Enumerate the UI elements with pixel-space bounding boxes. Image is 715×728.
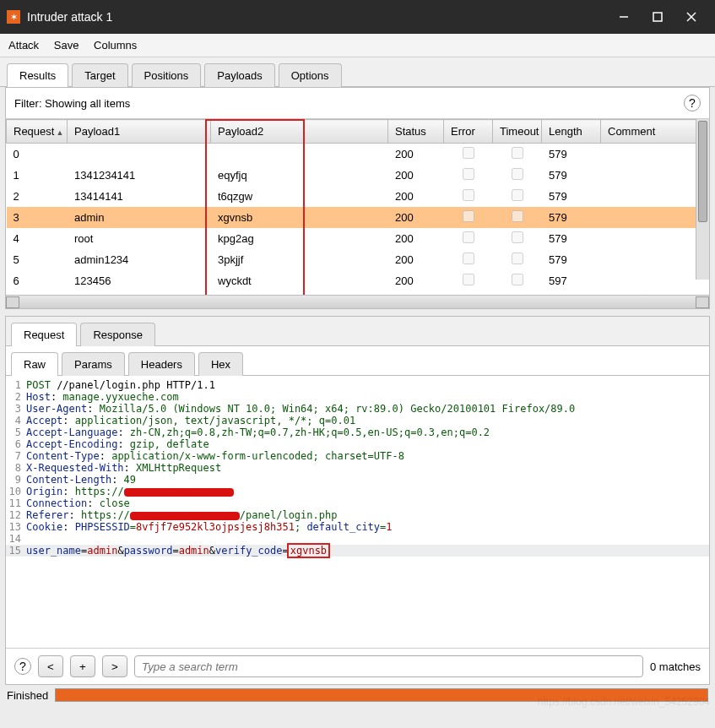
help-icon[interactable]: ?	[14, 658, 31, 675]
col-length[interactable]: Length	[542, 120, 601, 144]
search-prev-button[interactable]: <	[38, 655, 63, 677]
results-table-wrap: Request▲Payload1Payload2StatusErrorTimeo…	[6, 119, 709, 295]
horizontal-scrollbar[interactable]	[6, 295, 709, 308]
help-icon[interactable]: ?	[684, 95, 701, 111]
menu-save[interactable]: Save	[54, 39, 79, 52]
col-comment[interactable]: Comment	[601, 120, 709, 144]
filter-text: Filter: Showing all items	[14, 97, 684, 110]
search-input[interactable]	[134, 655, 643, 677]
table-row[interactable]: 0200579	[7, 144, 709, 166]
titlebar: ✶ Intruder attack 1	[0, 0, 715, 34]
checkbox-icon	[512, 210, 523, 222]
tab-positions[interactable]: Positions	[132, 63, 202, 87]
checkbox-icon	[512, 253, 523, 264]
vertical-scrollbar[interactable]	[696, 119, 709, 280]
checkbox-icon	[463, 147, 474, 159]
col-status[interactable]: Status	[388, 120, 444, 144]
col-error[interactable]: Error	[444, 120, 493, 144]
tab-headers[interactable]: Headers	[128, 352, 195, 376]
table-row[interactable]: 4rootkpg2ag200579	[7, 228, 709, 249]
tab-raw[interactable]: Raw	[11, 352, 58, 376]
menubar: Attack Save Columns	[0, 34, 715, 57]
tab-options[interactable]: Options	[279, 63, 342, 87]
search-row: ? < + > 0 matches	[6, 648, 709, 684]
col-payload2[interactable]: Payload2	[211, 120, 388, 144]
tab-response[interactable]: Response	[80, 323, 155, 346]
search-add-button[interactable]: +	[70, 655, 95, 677]
filter-row[interactable]: Filter: Showing all items ?	[6, 88, 709, 119]
table-row[interactable]: 3adminxgvnsb200579	[7, 207, 709, 228]
checkbox-icon	[463, 168, 474, 180]
results-table: Request▲Payload1Payload2StatusErrorTimeo…	[6, 119, 709, 295]
checkbox-icon	[463, 189, 474, 201]
menu-attack[interactable]: Attack	[8, 39, 39, 52]
main-tabs: Results Target Positions Payloads Option…	[0, 57, 715, 87]
results-panel: Filter: Showing all items ? Request▲Payl…	[5, 87, 710, 309]
search-matches: 0 matches	[650, 660, 701, 673]
minimize-button[interactable]	[607, 0, 641, 34]
tab-results[interactable]: Results	[7, 63, 68, 87]
svg-rect-1	[653, 13, 662, 21]
menu-columns[interactable]: Columns	[94, 39, 137, 52]
checkbox-icon	[512, 189, 523, 201]
tab-payloads[interactable]: Payloads	[204, 63, 274, 87]
scroll-left-icon[interactable]	[6, 296, 19, 308]
col-timeout[interactable]: Timeout	[493, 120, 542, 144]
progress-bar	[55, 688, 708, 702]
checkbox-icon	[512, 231, 523, 243]
checkbox-icon	[463, 253, 474, 264]
app-icon: ✶	[7, 10, 20, 24]
checkbox-icon	[512, 168, 523, 180]
col-payload1[interactable]: Payload1	[68, 120, 211, 144]
statusbar: Finished	[0, 685, 715, 705]
status-text: Finished	[7, 689, 48, 702]
tab-hex[interactable]: Hex	[198, 352, 243, 376]
checkbox-icon	[512, 147, 523, 159]
table-row[interactable]: 11341234141eqyfjq200579	[7, 165, 709, 186]
scroll-right-icon[interactable]	[696, 296, 709, 308]
table-row[interactable]: 5admin12343pkjjf200579	[7, 249, 709, 270]
table-row[interactable]: 213414141t6qzgw200579	[7, 186, 709, 207]
checkbox-icon	[463, 231, 474, 243]
checkbox-icon	[512, 274, 523, 285]
tab-params[interactable]: Params	[62, 352, 125, 376]
close-button[interactable]	[674, 0, 708, 34]
tab-request[interactable]: Request	[11, 323, 77, 346]
col-request[interactable]: Request▲	[7, 120, 68, 144]
table-row[interactable]: 6123456wyckdt200597	[7, 270, 709, 291]
view-tabs: Raw Params Headers Hex	[6, 346, 709, 376]
reqres-tabs: Request Response	[6, 317, 709, 346]
maximize-button[interactable]	[641, 0, 674, 34]
checkbox-icon	[463, 210, 474, 222]
search-next-button[interactable]: >	[102, 655, 127, 677]
raw-request-view[interactable]: 1POST //panel/login.php HTTP/1.12Host: m…	[6, 376, 709, 648]
checkbox-icon	[463, 274, 474, 285]
request-response-panel: Request Response Raw Params Headers Hex …	[5, 316, 710, 685]
window-title: Intruder attack 1	[27, 10, 607, 24]
tab-target[interactable]: Target	[72, 63, 127, 87]
